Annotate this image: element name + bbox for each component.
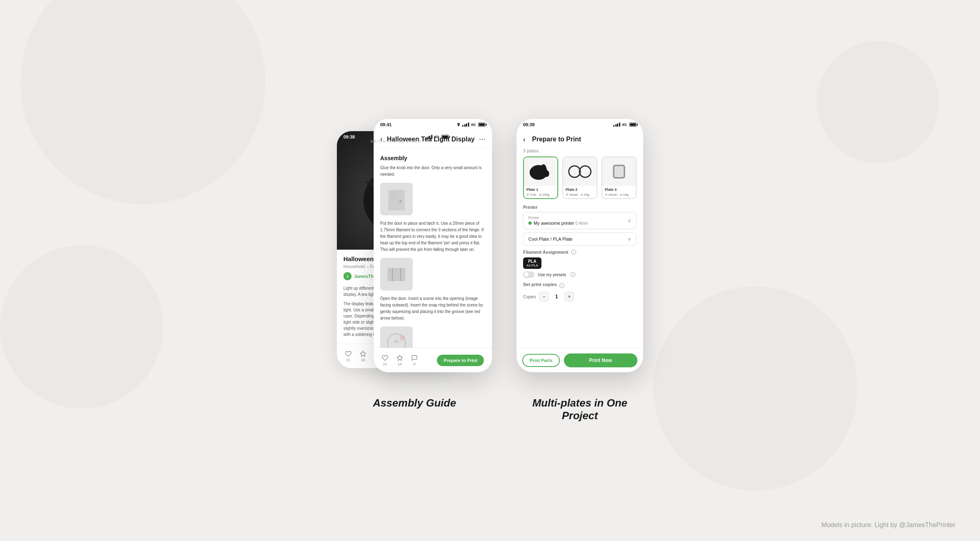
plate-1-time: ⏱ 2.6h — [526, 193, 537, 197]
svg-point-36 — [579, 166, 591, 177]
assembly-status-bar: 09:41 4G — [374, 119, 492, 130]
printer-nozzle: 0.4mm — [575, 221, 588, 226]
plate-3-weight: ⚖ 19g — [620, 193, 628, 197]
printer-name-row: My awesome printer 0.4mm — [528, 221, 588, 226]
print-status-right: 4G — [613, 123, 637, 127]
plate-1-name: Plate 1 — [526, 188, 555, 192]
plate-3-name: Plate 3 — [605, 188, 633, 192]
assembly-time: 09:41 — [380, 122, 392, 127]
printer-chevron: ∨ — [628, 218, 631, 224]
attribution-text: Models in picture: Light by @JamesThePri… — [822, 521, 956, 529]
assembly-signal — [462, 123, 469, 127]
brightening-label: BRIGHTENING LINER — [337, 139, 455, 143]
plate-card-1[interactable]: Plate 1 ⏱ 2.6h ⚖ 130g — [523, 156, 558, 199]
assembly-battery-fill — [479, 123, 485, 126]
heart-icon-2 — [382, 355, 388, 361]
copies-increase-button[interactable]: + — [564, 292, 574, 302]
guide-image-3 — [380, 326, 413, 349]
right-caption-block: Multi-plates in One Project — [517, 397, 643, 422]
assembly-comments[interactable]: 0 — [411, 355, 418, 366]
filament-info-icon: i — [571, 250, 576, 255]
print-now-button[interactable]: Print Now — [564, 353, 637, 367]
plate-3-time: ⏱ 32min — [605, 193, 617, 197]
more-button[interactable]: ⋯ — [479, 135, 486, 143]
weight-icon-1: ⚖ — [539, 193, 541, 197]
prepare-button-assembly[interactable]: Prepare to Print — [437, 355, 484, 366]
filament-tag-1[interactable]: PLA A2-PLA — [523, 257, 541, 269]
plate-3-info: Plate 3 ⏱ 32min ⚖ 19g — [602, 186, 636, 198]
printer-select-content: Printer My awesome printer 0.4mm — [528, 216, 588, 226]
plate-1-meta: ⏱ 2.6h ⚖ 130g — [526, 193, 555, 197]
plate-type-text: Cool Plate / PLA Plate — [528, 237, 572, 241]
filament-label-row: Filament Assignment i — [523, 250, 637, 255]
copies-section-label: Set print copies — [523, 282, 557, 287]
comment-icon-2 — [411, 355, 418, 361]
likes-action[interactable]: 21 — [345, 351, 352, 362]
plate-1-weight: ⚖ 130g — [539, 193, 550, 197]
plate-type-dropdown[interactable]: Cool Plate / PLA Plate ∨ — [523, 232, 637, 246]
copies-decrease-button[interactable]: − — [539, 292, 549, 302]
battery-fill — [442, 136, 448, 138]
phone-print: 09:39 4G ‹ Prepare to Pri — [517, 119, 643, 372]
filament-label: Filament Assignment — [523, 250, 568, 255]
door-image-icon — [384, 187, 409, 211]
assembly-bookmarks[interactable]: 16 — [396, 355, 403, 366]
svg-point-16 — [365, 181, 370, 183]
svg-marker-20 — [360, 351, 365, 356]
multi-plates-caption: Multi-plates in One Project — [532, 397, 628, 422]
guide-image-2 — [380, 258, 413, 291]
printer-select-dropdown[interactable]: Printer My awesome printer 0.4mm — [523, 212, 637, 229]
plate-card-3[interactable]: Plate 3 ⏱ 32min ⚖ 19g — [601, 156, 637, 199]
print-signal — [613, 123, 620, 127]
print-battery — [629, 123, 637, 127]
assembly-battery — [478, 123, 486, 127]
preset-info-icon: i — [570, 272, 575, 277]
copies-row: Copies − 1 + — [523, 292, 637, 302]
printer-section-label: Printer — [523, 205, 637, 210]
bookmarks-action[interactable]: 16 — [360, 351, 366, 362]
svg-rect-22 — [390, 192, 397, 201]
star-icon — [360, 351, 366, 357]
print-content: 3 plates — [517, 148, 643, 349]
copies-header: Set print copies i — [523, 282, 637, 289]
svg-point-34 — [544, 170, 549, 177]
signal-type: 4G — [434, 135, 439, 139]
signal-bar-2 — [428, 136, 429, 139]
print-nav-title: Prepare to Print — [532, 136, 581, 143]
plate-2-thumb — [563, 157, 597, 186]
copies-value: 1 — [550, 294, 563, 300]
preset-row: Use my presets i — [523, 271, 637, 278]
print-battery-fill — [630, 123, 636, 126]
plate-2-preview — [566, 159, 594, 184]
svg-point-23 — [399, 200, 402, 202]
preset-toggle[interactable] — [523, 271, 535, 278]
left-caption-block: Assembly Guide — [337, 397, 492, 422]
plate-2-name: Plate 2 — [566, 188, 594, 192]
clock-icon-2: ⏱ — [566, 193, 568, 196]
svg-rect-39 — [615, 167, 623, 177]
print-bottom-bar: Print Parts Print Now — [517, 348, 643, 372]
signal-bar-1 — [425, 137, 427, 139]
filament-tags-row: PLA A2-PLA — [523, 257, 637, 269]
guide-image-1 — [380, 183, 413, 215]
assembly-likes[interactable]: 21 — [382, 355, 388, 366]
print-signal-type: 4G — [622, 123, 627, 127]
copies-section: Set print copies i Copies − 1 + — [523, 282, 637, 302]
preset-label: Use my presets — [538, 273, 566, 277]
printer-sub-label: Printer — [528, 216, 588, 220]
copies-control: − 1 + — [539, 292, 574, 302]
left-section: 09:38 4G — [337, 119, 492, 372]
print-parts-button[interactable]: Print Parts — [522, 354, 560, 367]
plate-1-preview — [526, 159, 555, 184]
printer-select-inner: Printer My awesome printer 0.4mm — [528, 216, 588, 226]
optional-addon-badge: OPTIONAL ADD-ON — [416, 143, 451, 150]
scene-image-icon — [384, 331, 409, 349]
print-status-bar: 09:39 4G — [517, 119, 643, 130]
listing-status-right: 4G — [425, 135, 449, 139]
plate-3-meta: ⏱ 32min ⚖ 19g — [605, 193, 633, 197]
print-back-button[interactable]: ‹ — [523, 135, 526, 144]
plate-3-preview — [605, 159, 633, 184]
author-avatar: J — [343, 272, 352, 280]
plate-card-2[interactable]: Plate 2 ⏱ 34min ⚖ 15g — [562, 156, 597, 199]
signal-bar-4 — [431, 135, 432, 139]
